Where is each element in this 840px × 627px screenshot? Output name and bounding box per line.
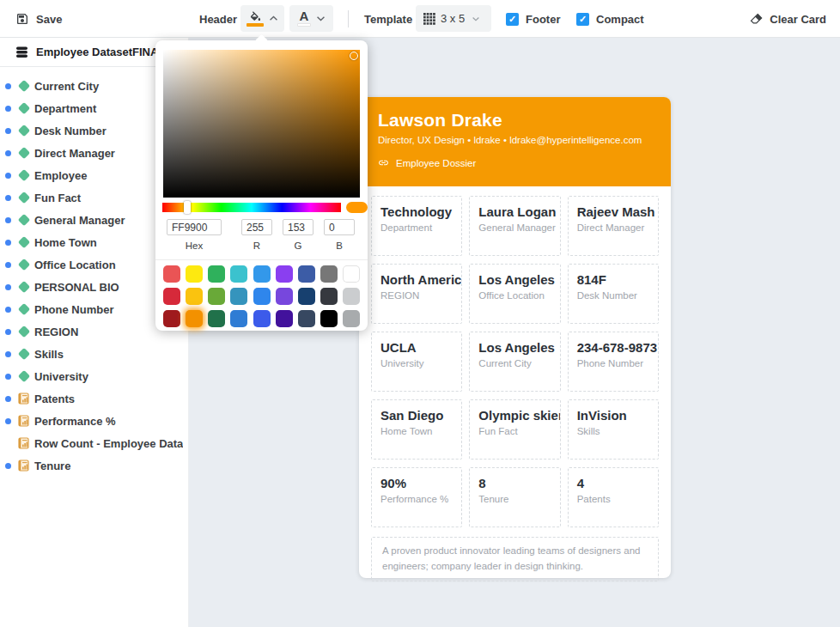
swatch-fac30f[interactable] xyxy=(186,288,203,305)
swatch-777777[interactable] xyxy=(320,265,338,283)
card-cell-tenure[interactable]: 8 Tenure xyxy=(469,467,560,527)
cell-value: Los Angeles xyxy=(478,272,556,287)
in-use-dot xyxy=(5,418,11,424)
swatch-2f7cd4[interactable] xyxy=(230,310,247,327)
swatch-a8abad[interactable] xyxy=(343,310,360,327)
b-input[interactable] xyxy=(324,219,355,235)
card-cell-direct-manager[interactable]: Rajeev Mash Direct Manager xyxy=(568,196,659,256)
cell-value: Technology xyxy=(380,204,458,219)
swatch-3c5bea[interactable] xyxy=(253,310,271,327)
cell-value: San Diego xyxy=(380,408,458,423)
employee-card-preview[interactable]: Lawson Drake Director, UX Design • ldrak… xyxy=(359,97,671,578)
footer-checkbox[interactable]: ✓ xyxy=(506,13,519,26)
swatch-3bc2ce[interactable] xyxy=(230,265,247,283)
swatch-ea5455[interactable] xyxy=(163,265,180,283)
card-header[interactable]: Lawson Drake Director, UX Design • ldrak… xyxy=(359,97,671,186)
cell-label: Office Location xyxy=(478,290,556,301)
card-cell-skills[interactable]: InVision Skills xyxy=(568,399,659,460)
header-font-color-button[interactable]: A xyxy=(289,5,333,32)
card-cell-fun-fact[interactable]: Olympic skier Fun Fact xyxy=(469,399,560,460)
grid-icon xyxy=(423,13,435,25)
cell-value: Olympic skier xyxy=(478,408,556,423)
card-title: Lawson Drake xyxy=(378,110,652,131)
swatch-374861[interactable] xyxy=(298,310,315,327)
swatch-17406f[interactable] xyxy=(298,288,315,305)
saturation-area[interactable] xyxy=(163,50,360,198)
card-cell-desk-number[interactable]: 814F Desk Number xyxy=(568,264,659,324)
in-use-dot xyxy=(5,284,11,290)
metric-icon xyxy=(17,437,30,450)
card-cell-department[interactable]: Technology Department xyxy=(371,196,462,256)
header-fill-color-button[interactable] xyxy=(240,5,284,32)
in-use-dot xyxy=(5,307,11,313)
g-input[interactable] xyxy=(283,219,313,235)
footer-toggle[interactable]: ✓ Footer xyxy=(506,0,560,38)
sidebar-item-row-count-employee-dataset[interactable]: Row Count - Employee Dataset... xyxy=(0,432,188,454)
r-input[interactable] xyxy=(241,219,272,235)
card-cell-home-town[interactable]: San Diego Home Town xyxy=(371,399,462,460)
save-button[interactable]: Save xyxy=(15,0,62,38)
card-link-label: Employee Dossier xyxy=(396,158,476,168)
hue-slider[interactable] xyxy=(162,203,341,212)
chevron-up-icon xyxy=(269,15,278,21)
r-label: R xyxy=(240,240,274,251)
clear-card-label: Clear Card xyxy=(770,13,826,26)
attribute-icon xyxy=(17,281,30,294)
swatch-20714a[interactable] xyxy=(208,310,225,327)
cell-label: Phone Number xyxy=(577,358,654,368)
card-cell-region[interactable]: North America REGION xyxy=(371,264,462,324)
grid-size-dropdown[interactable]: 3 x 5 xyxy=(416,5,491,32)
attribute-icon xyxy=(17,192,30,204)
swatch-d6293a[interactable] xyxy=(163,288,180,305)
save-label: Save xyxy=(36,13,62,26)
metric-icon xyxy=(17,393,30,405)
card-cell-office-location[interactable]: Los Angeles Office Location xyxy=(469,264,560,324)
in-use-dot xyxy=(5,351,11,357)
card-cell-university[interactable]: UCLA University xyxy=(371,332,462,392)
swatch-3594bd[interactable] xyxy=(230,288,247,305)
swatch-42129c[interactable] xyxy=(276,310,293,327)
sidebar-item-patents[interactable]: Patents xyxy=(0,387,188,410)
swatch-9f1a1d[interactable] xyxy=(163,310,180,327)
attribute-icon xyxy=(17,125,30,137)
sidebar-item-skills[interactable]: Skills xyxy=(0,343,188,365)
card-cell-phone-number[interactable]: 234-678-9873 Phone Number xyxy=(568,332,659,392)
compact-checkbox[interactable]: ✓ xyxy=(576,13,589,26)
swatch-f39100[interactable] xyxy=(186,310,203,327)
card-footer-cell[interactable]: A proven product innovator leading teams… xyxy=(371,537,659,581)
card-header-link[interactable]: Employee Dossier xyxy=(378,157,652,168)
swatch-fde910[interactable] xyxy=(186,265,203,283)
card-cell-patents[interactable]: 4 Patents xyxy=(568,467,659,527)
sidebar-item-performance[interactable]: Performance % xyxy=(0,410,188,432)
in-use-dot xyxy=(5,150,11,156)
swatch-2fb15c[interactable] xyxy=(208,265,225,283)
hex-input[interactable] xyxy=(167,219,222,235)
field-label: Skills xyxy=(34,348,183,361)
attribute-icon xyxy=(17,169,30,182)
swatch-69a938[interactable] xyxy=(208,288,225,305)
attribute-icon xyxy=(17,214,30,227)
attribute-icon xyxy=(17,236,30,249)
saturation-cursor[interactable] xyxy=(350,52,358,60)
header-section-label: Header xyxy=(199,0,237,38)
swatch-000000[interactable] xyxy=(320,310,338,327)
check-icon: ✓ xyxy=(579,15,587,24)
swatch-ffffff[interactable] xyxy=(343,265,360,283)
swatch-3398ea[interactable] xyxy=(253,265,271,283)
hue-handle[interactable] xyxy=(184,201,191,214)
card-cell-general-manager[interactable]: Laura Logan General Manager xyxy=(469,196,560,256)
sidebar-item-tenure[interactable]: Tenure xyxy=(0,454,188,477)
card-cell-current-city[interactable]: Los Angeles Current City xyxy=(469,332,560,392)
swatch-2f86ec[interactable] xyxy=(253,288,271,305)
in-use-dot xyxy=(5,128,11,134)
compact-toggle[interactable]: ✓ Compact xyxy=(576,0,644,38)
card-cell-performance[interactable]: 90% Performance % xyxy=(371,467,462,527)
swatch-8a3ff0[interactable] xyxy=(276,265,293,283)
swatch-cbcdcf[interactable] xyxy=(343,288,360,305)
swatch-3c5ca6[interactable] xyxy=(298,265,315,283)
swatch-36393f[interactable] xyxy=(320,288,338,305)
swatch-7747dd[interactable] xyxy=(276,288,293,305)
sidebar-item-university[interactable]: University xyxy=(0,365,188,387)
clear-card-button[interactable]: Clear Card xyxy=(750,0,826,38)
link-icon xyxy=(378,157,389,168)
